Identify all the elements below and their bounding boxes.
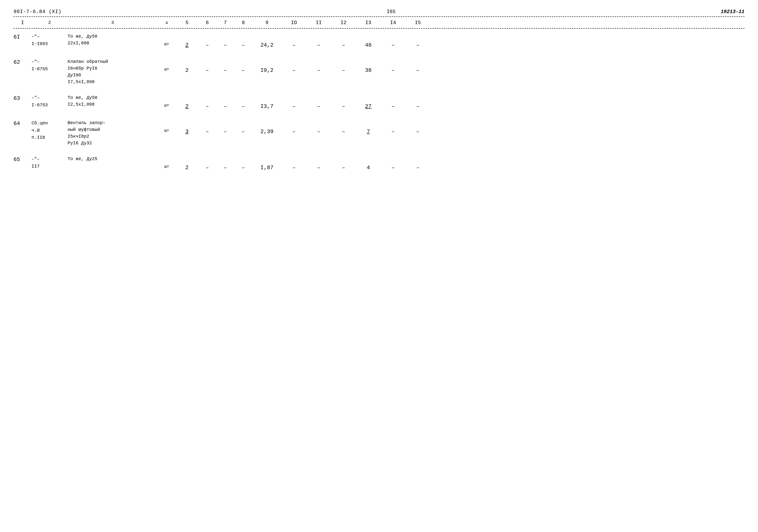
col-header-7: 7 [216,20,234,26]
row-dash-15: – [405,33,430,49]
row-value-9: I3,7 [252,94,282,111]
col-header-10: IO [282,20,306,26]
row-dash-11: – [306,156,331,172]
row-dash-15: – [405,58,430,75]
row-dash-10: – [282,33,306,49]
row-unit: шт [158,156,176,170]
row-description: То же, Ду5022хI,098 [68,33,158,47]
table-row: 62–"–I-0755Клапан обратныйI6ч6бр РуI6ДуI… [14,58,744,85]
row-dash-12: – [331,119,356,136]
col-header-14: I4 [381,20,405,26]
row-value-9: I,87 [252,156,282,172]
row-dash-7: – [216,33,234,49]
row-dash-6: – [198,156,216,172]
row-dash-14: – [381,33,405,49]
row-dash-14: – [381,58,405,75]
row-dash-14: – [381,94,405,111]
row-dash-10: – [282,94,306,111]
row-number: 64 [14,119,32,128]
row-reference: –"–I-0755 [32,58,68,73]
row-dash-10: – [282,58,306,75]
row-dash-15: – [405,119,430,136]
row-number: 63 [14,94,32,103]
row-dash-15: – [405,156,430,172]
row-description: Вентиль запор–ный муфтовыйI5кчI8р2РуI6 Д… [68,119,158,147]
col-header-8: 8 [234,20,252,26]
row-dash-11: – [306,119,331,136]
row-description: То же, Ду25 [68,156,158,162]
row-value-9: 2,39 [252,119,282,136]
row-value-13: 27 [356,94,381,111]
row-dash-11: – [306,94,331,111]
row-dash-14: – [381,156,405,172]
row-value-13: 7 [356,119,381,136]
row-value-13: 4 [356,156,381,172]
col-header-2: 2 [32,19,68,26]
row-quantity: 3 [176,119,198,136]
col-header-4: 4 [158,20,176,25]
row-dash-12: – [331,156,356,172]
row-number: 6I [14,33,32,41]
table-row: 64Сб.ценч.Шп.II8Вентиль запор–ный муфтов… [14,119,744,147]
col-header-12: I2 [331,20,356,26]
row-dash-11: – [306,58,331,75]
row-dash-7: – [216,119,234,136]
header-center: I65 [387,9,396,15]
header-left: 90I-7-6.84 (XI) [14,9,61,15]
row-unit: шт [158,58,176,73]
row-dash-8: – [234,156,252,172]
row-dash-10: – [282,156,306,172]
col-header-1: I [14,20,32,26]
row-number: 65 [14,156,32,164]
col-header-3: 3 [68,19,158,26]
header-right: 19213-11 [721,9,744,15]
row-dash-11: – [306,33,331,49]
row-unit: шт [158,94,176,109]
row-dash-6: – [198,33,216,49]
row-quantity: 2 [176,156,198,172]
col-header-11: II [306,20,331,26]
row-dash-14: – [381,119,405,136]
row-value-13: 38 [356,58,381,75]
row-dash-12: – [331,94,356,111]
col-header-6: 6 [198,20,216,26]
row-quantity: 2 [176,33,198,49]
row-dash-8: – [234,33,252,49]
row-dash-12: – [331,58,356,75]
row-reference: –"–I-I093 [32,33,68,48]
row-dash-7: – [216,58,234,75]
row-value-9: I9,2 [252,58,282,75]
table-body: 6I–"–I-I093То же, Ду5022хI,098шт2–––24,2… [14,33,744,172]
row-value-9: 24,2 [252,33,282,49]
table-row: 65–"–II7То же, Ду25шт2–––I,87–––4–– [14,156,744,172]
row-dash-7: – [216,94,234,111]
row-number: 62 [14,58,32,66]
table-row: 63–"–I-0753То же, Ду50I2,5хI,098шт2–––I3… [14,94,744,111]
row-dash-6: – [198,94,216,111]
col-header-5: 5 [176,20,198,26]
row-reference: Сб.ценч.Шп.II8 [32,119,68,141]
row-dash-10: – [282,119,306,136]
row-dash-6: – [198,119,216,136]
row-dash-8: – [234,119,252,136]
row-dash-8: – [234,58,252,75]
row-description: Клапан обратныйI6ч6бр РуI6ДуI00I7,5хI,09… [68,58,158,85]
row-dash-6: – [198,58,216,75]
row-quantity: 2 [176,94,198,111]
page-header: 90I-7-6.84 (XI) I65 19213-11 [14,9,744,15]
top-divider [14,17,744,17]
table-row: 6I–"–I-I093То же, Ду5022хI,098шт2–––24,2… [14,33,744,49]
col-header-15: I5 [405,20,430,26]
col-header-9: 9 [252,20,282,26]
row-reference: –"–I-0753 [32,94,68,109]
row-dash-12: – [331,33,356,49]
row-dash-15: – [405,94,430,111]
column-header-row: I 2 3 4 5 6 7 8 9 IO II I2 I3 I4 I5 [14,19,744,29]
row-description: То же, Ду50I2,5хI,098 [68,94,158,108]
row-dash-8: – [234,94,252,111]
col-header-13: I3 [356,20,381,26]
row-value-13: 48 [356,33,381,49]
row-reference: –"–II7 [32,156,68,170]
row-unit: шт [158,33,176,47]
row-unit: шт [158,119,176,134]
